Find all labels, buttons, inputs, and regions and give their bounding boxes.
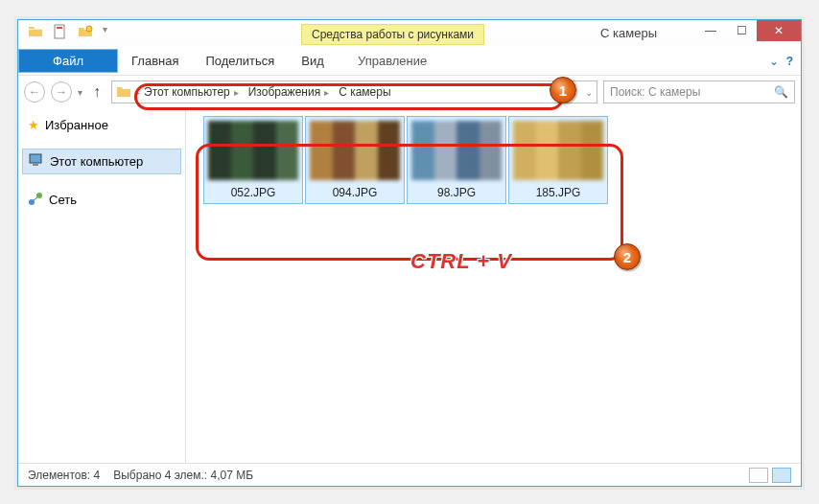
sidebar-item-label: Сеть bbox=[49, 193, 77, 207]
picture-tools-tab[interactable]: Средства работы с рисунками bbox=[301, 24, 484, 45]
breadcrumb-label: Изображения bbox=[248, 85, 320, 99]
window-controls: — ☐ ✕ bbox=[695, 20, 801, 41]
selection-info: Выбрано 4 элем.: 4,07 МБ bbox=[113, 469, 253, 482]
svg-line-7 bbox=[34, 197, 37, 200]
window-title: С камеры bbox=[600, 26, 657, 40]
forward-button[interactable]: → bbox=[51, 81, 72, 103]
svg-point-2 bbox=[86, 26, 92, 32]
file-name: 052.JPG bbox=[208, 186, 298, 199]
svg-rect-1 bbox=[57, 27, 62, 29]
share-tab[interactable]: Поделиться bbox=[192, 48, 288, 74]
breadcrumb-label: С камеры bbox=[339, 85, 390, 99]
sidebar-item-favorites[interactable]: ★ Избранное bbox=[18, 114, 185, 136]
sidebar-item-network[interactable]: Сеть bbox=[18, 187, 185, 213]
star-icon: ★ bbox=[28, 118, 39, 132]
breadcrumb-item[interactable]: С камеры bbox=[335, 85, 396, 99]
file-tab[interactable]: Файл bbox=[18, 49, 118, 73]
chevron-right-icon[interactable]: ▸ bbox=[234, 87, 239, 98]
search-input[interactable]: Поиск: С камеры 🔍 bbox=[603, 80, 795, 103]
manage-tab[interactable]: Управление bbox=[344, 48, 440, 74]
explorer-window: ▾ Средства работы с рисунками С камеры —… bbox=[17, 19, 802, 487]
annotation-marker-2: 2 bbox=[614, 243, 641, 270]
close-button[interactable]: ✕ bbox=[757, 20, 801, 41]
help-icon[interactable]: ? bbox=[786, 55, 793, 68]
thumbnail-view-button[interactable] bbox=[772, 468, 791, 483]
search-icon[interactable]: 🔍 bbox=[774, 85, 788, 99]
item-count: Элементов: 4 bbox=[28, 469, 100, 482]
sidebar-item-label: Избранное bbox=[45, 118, 108, 132]
properties-icon[interactable] bbox=[53, 24, 68, 43]
status-bar: Элементов: 4 Выбрано 4 элем.: 4,07 МБ bbox=[18, 463, 801, 486]
computer-icon bbox=[29, 152, 44, 171]
folder-icon bbox=[116, 84, 131, 100]
up-button[interactable]: ↑ bbox=[88, 83, 105, 101]
address-bar[interactable]: ▸ Этот компьютер▸ Изображения▸ С камеры … bbox=[111, 80, 597, 103]
thumbnail bbox=[310, 121, 400, 180]
file-item[interactable]: 185.JPG bbox=[508, 116, 608, 204]
view-tab[interactable]: Вид bbox=[288, 48, 338, 74]
network-icon bbox=[28, 191, 43, 209]
file-list[interactable]: 052.JPG 094.JPG 98.JPG 185.JPG bbox=[186, 108, 801, 463]
ribbon: Файл Главная Поделиться Вид Управление ⌄… bbox=[18, 47, 801, 76]
breadcrumb-label: Этот компьютер bbox=[144, 85, 230, 99]
navigation-bar: ← → ▾ ↑ ▸ Этот компьютер▸ Изображения▸ С… bbox=[18, 76, 801, 108]
maximize-button[interactable]: ☐ bbox=[726, 20, 757, 41]
back-button[interactable]: ← bbox=[24, 81, 45, 103]
keyboard-hint: CTRL + V bbox=[410, 249, 512, 274]
sidebar-item-this-pc[interactable]: Этот компьютер bbox=[22, 149, 181, 174]
file-item[interactable]: 98.JPG bbox=[407, 116, 506, 204]
file-name: 98.JPG bbox=[411, 186, 502, 199]
qat-dropdown-icon[interactable]: ▾ bbox=[103, 24, 107, 43]
svg-rect-3 bbox=[30, 154, 41, 163]
file-item[interactable]: 094.JPG bbox=[305, 116, 405, 204]
sidebar-item-label: Этот компьютер bbox=[50, 154, 143, 169]
new-folder-icon[interactable] bbox=[78, 24, 93, 43]
breadcrumb-item[interactable]: Этот компьютер▸ bbox=[140, 85, 245, 99]
titlebar: ▾ Средства работы с рисунками С камеры —… bbox=[18, 20, 801, 47]
file-name: 094.JPG bbox=[310, 186, 400, 199]
file-name: 185.JPG bbox=[513, 186, 603, 199]
address-dropdown-icon[interactable]: ⌄ bbox=[585, 87, 593, 98]
ribbon-expand-icon[interactable]: ⌄ bbox=[769, 55, 779, 68]
thumbnail bbox=[513, 121, 603, 180]
folder-icon bbox=[28, 24, 43, 43]
chevron-right-icon[interactable]: ▸ bbox=[324, 87, 329, 98]
svg-rect-4 bbox=[33, 164, 38, 166]
minimize-button[interactable]: — bbox=[695, 20, 726, 41]
main-area: ★ Избранное Этот компьютер Сеть 052.JPG bbox=[18, 108, 801, 463]
quick-access-toolbar: ▾ bbox=[18, 24, 107, 43]
annotation-marker-1: 1 bbox=[550, 77, 576, 103]
breadcrumb-item[interactable]: Изображения▸ bbox=[245, 85, 335, 99]
home-tab[interactable]: Главная bbox=[118, 48, 192, 74]
thumbnail bbox=[208, 121, 298, 180]
recent-locations-icon[interactable]: ▾ bbox=[78, 87, 82, 98]
navigation-pane: ★ Избранное Этот компьютер Сеть bbox=[18, 108, 186, 463]
details-view-button[interactable] bbox=[749, 468, 768, 483]
thumbnail bbox=[411, 121, 502, 180]
file-item[interactable]: 052.JPG bbox=[203, 116, 303, 204]
search-placeholder: Поиск: С камеры bbox=[610, 85, 700, 99]
